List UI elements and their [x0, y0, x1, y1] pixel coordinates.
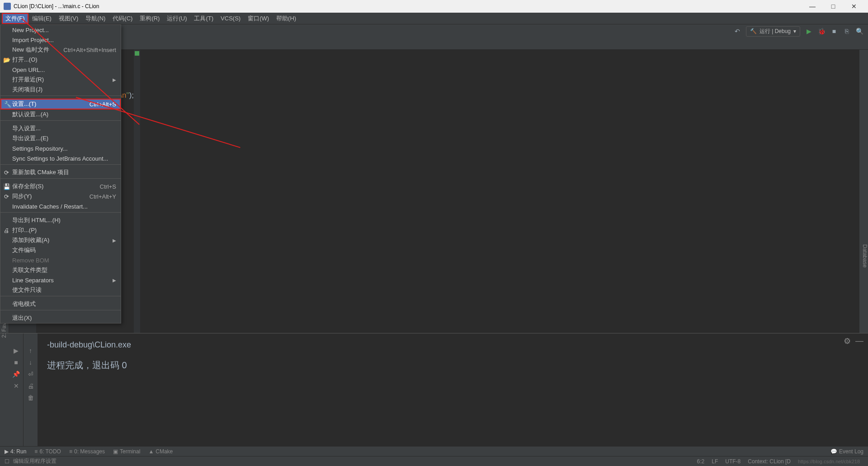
file-menu-item-20[interactable]: Invalidate Caches / Restart... — [0, 201, 121, 211]
file-menu-item-16[interactable]: ⟳重新加载 CMake 项目 — [0, 167, 121, 177]
database-tool-label: Database — [862, 244, 868, 267]
file-menu-item-6[interactable]: 关闭项目(J) — [0, 85, 121, 95]
menu-4[interactable]: 代码(C) — [109, 13, 136, 24]
context[interactable]: Context: CLion [D — [748, 458, 791, 465]
menu-item-label: Invalidate Caches / Restart... — [12, 203, 88, 210]
cursor-position[interactable]: 6:2 — [697, 458, 705, 465]
file-menu-item-27[interactable]: 关联文件类型 — [0, 265, 121, 275]
menu-1[interactable]: 编辑(E) — [28, 13, 55, 24]
file-menu-item-9[interactable]: 默认设置...(A) — [0, 109, 121, 119]
up-icon[interactable]: ↑ — [29, 347, 32, 354]
attach-button[interactable]: ⎘ — [843, 27, 851, 35]
line-ending[interactable]: LF — [712, 458, 718, 465]
tab-icon: ≡ — [34, 448, 38, 455]
encoding[interactable]: UTF-8 — [725, 458, 741, 465]
gear-icon[interactable]: ⚙ — [844, 336, 851, 346]
menu-8[interactable]: VCS(S) — [217, 14, 244, 23]
file-menu-item-22[interactable]: 导出到 HTML...(H) — [0, 215, 121, 225]
file-menu-item-0[interactable]: New Project... — [0, 25, 121, 35]
submenu-arrow-icon: ▶ — [113, 278, 116, 283]
file-menu-item-28[interactable]: Line Separators▶ — [0, 275, 121, 285]
rerun-icon[interactable]: ▶ — [14, 347, 19, 354]
chevron-down-icon: ▾ — [793, 28, 796, 34]
menu-item-label: 文件编码 — [12, 246, 36, 254]
trash-icon[interactable]: 🗑 — [28, 394, 34, 401]
bottom-tool-tabs: ▶ 4: Run≡ 6: TODO≡ 0: Messages▣ Terminal… — [0, 446, 868, 456]
file-menu-item-2[interactable]: New 临时文件Ctrl+Alt+Shift+Insert — [0, 45, 121, 55]
debug-button[interactable]: 🐞 — [817, 27, 826, 35]
bottom-tab[interactable]: ▶ 4: Run — [5, 448, 26, 455]
file-menu-item-23[interactable]: 🖨打印...(P) — [0, 225, 121, 235]
menu-0[interactable]: 文件(F) — [2, 13, 28, 24]
menu-item-icon: ⟳ — [3, 169, 9, 176]
stop-button[interactable]: ■ — [830, 27, 838, 35]
bottom-tab[interactable]: ≡ 6: TODO — [34, 448, 61, 455]
ok-marker-icon — [135, 51, 139, 56]
file-menu-item-3[interactable]: 📂打开...(O) — [0, 55, 121, 65]
menu-item-label: 打印...(P) — [12, 226, 37, 234]
console-line: 进程完成，退出码 0 — [47, 359, 859, 371]
minimize-button[interactable]: — — [802, 0, 823, 13]
minimize-panel-icon[interactable]: — — [855, 336, 863, 346]
menu-item-label: 使文件只读 — [12, 286, 42, 294]
run-config-label: 运行 | Debug — [760, 28, 791, 35]
menu-item-label: 同步(Y) — [12, 192, 32, 200]
file-menu-item-25[interactable]: 文件编码 — [0, 245, 121, 255]
file-menu-item-19[interactable]: ⟳同步(Y)Ctrl+Alt+Y — [0, 191, 121, 201]
file-menu-item-11[interactable]: 导入设置... — [0, 124, 121, 133]
menu-6[interactable]: 运行(U) — [163, 13, 190, 24]
bottom-tab[interactable]: ▲ CMake — [148, 448, 173, 455]
menu-3[interactable]: 导航(N) — [82, 13, 109, 24]
file-menu-item-24[interactable]: 添加到收藏(A)▶ — [0, 235, 121, 245]
back-icon[interactable]: ↶ — [733, 27, 741, 35]
file-menu-item-12[interactable]: 导出设置...(E) — [0, 133, 121, 143]
hammer-icon: 🔨 — [750, 28, 757, 34]
file-menu-item-33[interactable]: 退出(X) — [0, 313, 121, 323]
file-menu-item-26: Remove BOM — [0, 255, 121, 265]
down-icon[interactable]: ↓ — [29, 359, 32, 366]
submenu-arrow-icon: ▶ — [113, 77, 116, 82]
menu-7[interactable]: 工具(T) — [190, 13, 217, 24]
menu-2[interactable]: 视图(V) — [55, 13, 82, 24]
shortcut: Ctrl+S — [100, 183, 116, 190]
window-title: CLion [D:\CLion] - ...\main.c - CLion — [14, 3, 99, 10]
wrap-icon[interactable]: ⏎ — [28, 371, 33, 378]
file-menu-item-18[interactable]: 💾保存全部(S)Ctrl+S — [0, 181, 121, 191]
status-box-icon[interactable]: ☐ — [5, 458, 9, 465]
file-menu-item-31[interactable]: 省电模式 — [0, 299, 121, 309]
file-menu-item-4[interactable]: Open URL... — [0, 65, 121, 75]
pin-icon[interactable]: 📌 — [12, 371, 20, 378]
menu-item-label: 设置...(T) — [12, 100, 36, 108]
run-button[interactable]: ▶ — [805, 27, 813, 35]
file-menu-item-13[interactable]: Settings Repository... — [0, 143, 121, 153]
title-bar: CLion [D:\CLion] - ...\main.c - CLion — … — [0, 0, 868, 13]
run-config-select[interactable]: 🔨 运行 | Debug ▾ — [746, 26, 800, 37]
file-menu-item-1[interactable]: Import Project... — [0, 35, 121, 45]
print-icon[interactable]: 🖨 — [28, 382, 34, 390]
menu-item-label: Remove BOM — [12, 257, 49, 264]
bottom-tab[interactable]: ≡ 0: Messages — [69, 448, 105, 455]
menu-item-label: Import Project... — [12, 37, 54, 43]
file-menu-item-14[interactable]: Sync Settings to JetBrains Account... — [0, 153, 121, 163]
event-log-button[interactable]: 💬 Event Log — [830, 448, 863, 455]
menu-item-label: 打开最近(R) — [12, 76, 44, 84]
menu-9[interactable]: 窗口(W) — [244, 13, 273, 24]
search-button[interactable]: 🔍 — [855, 27, 863, 35]
status-message: 编辑应用程序设置 — [13, 457, 57, 465]
file-menu-item-29[interactable]: 使文件只读 — [0, 285, 121, 295]
close-button[interactable]: ✕ — [844, 0, 864, 13]
file-menu-item-5[interactable]: 打开最近(R)▶ — [0, 75, 121, 85]
menu-item-icon: 🔧 — [4, 101, 10, 108]
menu-5[interactable]: 重构(R) — [136, 13, 163, 24]
stop-icon[interactable]: ■ — [14, 359, 18, 366]
console-output[interactable]: ⚙ — -build-debug\CLion.exe 进程完成，退出码 0 — [38, 333, 868, 446]
tool-side-buttons-2: ↑ ↓ ⏎ 🖨 🗑 — [24, 333, 38, 446]
menu-item-icon: 💾 — [3, 183, 9, 190]
file-menu-item-8[interactable]: 🔧设置...(T)Ctrl+Alt+S — [0, 99, 121, 109]
menu-10[interactable]: 帮助(H) — [273, 13, 300, 24]
close-panel-icon[interactable]: ✕ — [14, 382, 19, 390]
menu-item-label: Line Separators — [12, 277, 54, 284]
bottom-tab[interactable]: ▣ Terminal — [113, 448, 140, 455]
maximize-button[interactable]: □ — [823, 0, 844, 13]
menu-item-label: 添加到收藏(A) — [12, 236, 49, 244]
